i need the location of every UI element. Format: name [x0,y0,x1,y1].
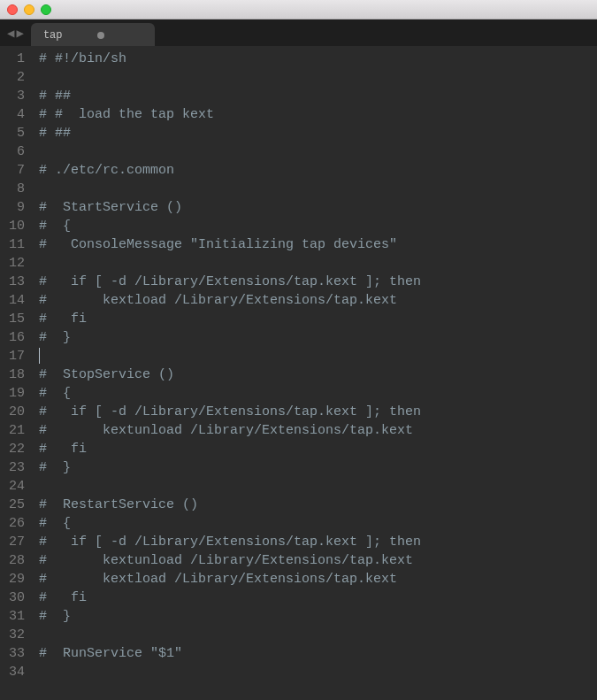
editor[interactable]: 1234567891011121314151617181920212223242… [0,46,597,700]
code-line[interactable] [39,663,421,681]
code-line[interactable]: # kextunload /Library/Extensions/tap.kex… [39,551,421,570]
line-number: 20 [5,403,25,421]
tab-label: tap [43,29,63,42]
dirty-indicator-icon [97,32,104,39]
code-line[interactable]: # { [39,384,421,403]
close-icon[interactable] [7,4,18,15]
line-number: 6 [5,142,25,161]
code-line[interactable]: # ## [39,124,421,142]
line-number: 30 [5,588,25,607]
code-line[interactable]: # ## [39,87,421,105]
line-number: 3 [5,87,25,105]
code-line[interactable]: # StartService () [39,198,421,217]
line-number: 2 [5,68,25,87]
code-line[interactable]: # } [39,458,421,477]
code-line[interactable]: # { [39,514,421,533]
line-number: 33 [5,644,25,663]
line-number: 18 [5,365,25,384]
line-number: 27 [5,533,25,551]
code-line[interactable]: # ./etc/rc.common [39,161,421,180]
line-number: 31 [5,607,25,626]
code-line[interactable]: # } [39,607,421,626]
code-line[interactable]: # kextload /Library/Extensions/tap.kext [39,570,421,588]
line-number: 21 [5,421,25,440]
line-number: 26 [5,514,25,533]
maximize-icon[interactable] [41,4,51,15]
line-number: 23 [5,458,25,477]
code-line[interactable]: # # load the tap kext [39,105,421,124]
line-number: 8 [5,180,25,198]
code-line[interactable]: # StopService () [39,365,421,384]
code-line[interactable]: # RestartService () [39,496,421,514]
file-tab[interactable]: tap [31,23,155,46]
code-line[interactable] [39,347,421,365]
line-number: 19 [5,384,25,403]
nav-forward-icon[interactable]: ▶ [16,26,23,41]
line-number: 24 [5,477,25,496]
code-line[interactable]: # } [39,328,421,347]
line-number: 12 [5,254,25,273]
line-number: 14 [5,291,25,310]
code-line[interactable] [39,626,421,644]
line-number: 15 [5,310,25,328]
code-line[interactable] [39,180,421,198]
code-line[interactable]: # fi [39,440,421,458]
line-number: 11 [5,235,25,254]
line-number: 25 [5,496,25,514]
line-number: 1 [5,50,25,68]
code-area[interactable]: # #!/bin/sh# ### # load the tap kext# ##… [34,46,428,700]
text-cursor [39,348,40,364]
code-line[interactable]: # if [ -d /Library/Extensions/tap.kext ]… [39,273,421,291]
window-titlebar [0,0,597,19]
line-number: 9 [5,198,25,217]
code-line[interactable]: # RunService "$1" [39,644,421,663]
line-number: 17 [5,347,25,365]
line-number: 22 [5,440,25,458]
line-number: 16 [5,328,25,347]
code-line[interactable] [39,477,421,496]
line-number: 29 [5,570,25,588]
code-line[interactable]: # ConsoleMessage "Initializing tap devic… [39,235,421,254]
code-line[interactable] [39,68,421,87]
nav-arrows: ◀ ▶ [0,19,31,46]
line-number: 5 [5,124,25,142]
line-number: 34 [5,663,25,681]
code-line[interactable] [39,254,421,273]
line-number-gutter: 1234567891011121314151617181920212223242… [0,46,34,700]
code-line[interactable]: # kextload /Library/Extensions/tap.kext [39,291,421,310]
line-number: 13 [5,273,25,291]
code-line[interactable]: # kextunload /Library/Extensions/tap.kex… [39,421,421,440]
code-line[interactable] [39,142,421,161]
code-line[interactable]: # fi [39,588,421,607]
nav-back-icon[interactable]: ◀ [7,26,14,41]
code-line[interactable]: # #!/bin/sh [39,50,421,68]
line-number: 28 [5,551,25,570]
code-line[interactable]: # if [ -d /Library/Extensions/tap.kext ]… [39,533,421,551]
tab-bar: ◀ ▶ tap [0,19,597,46]
line-number: 4 [5,105,25,124]
line-number: 7 [5,161,25,180]
line-number: 32 [5,626,25,644]
code-line[interactable]: # if [ -d /Library/Extensions/tap.kext ]… [39,403,421,421]
line-number: 10 [5,217,25,235]
code-line[interactable]: # { [39,217,421,235]
minimize-icon[interactable] [24,4,34,15]
code-line[interactable]: # fi [39,310,421,328]
